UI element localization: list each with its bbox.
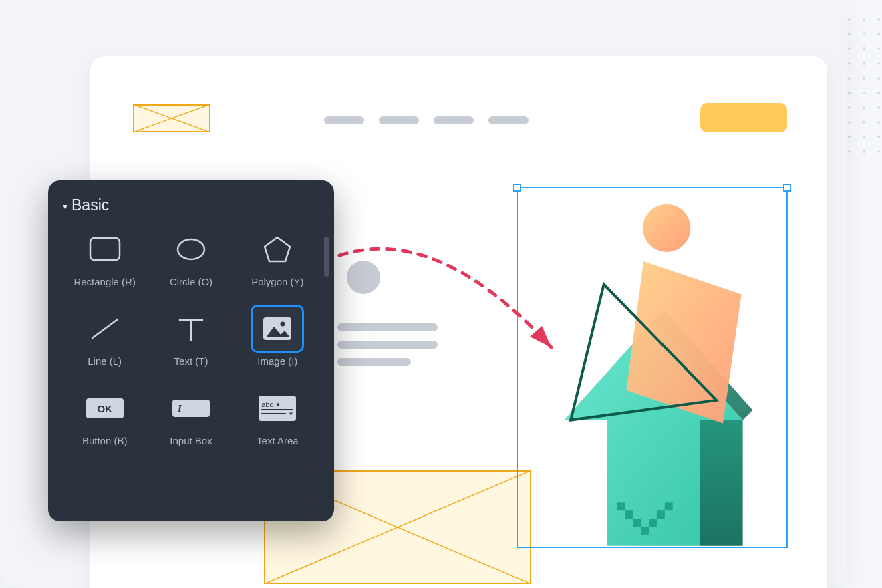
image-icon <box>257 311 297 346</box>
svg-marker-24 <box>266 327 290 337</box>
artwork-illustration <box>518 188 786 546</box>
tool-polygon[interactable]: Polygon (Y) <box>236 232 319 287</box>
tool-circle[interactable]: Circle (O) <box>149 232 233 287</box>
nav-item-placeholder <box>434 116 474 124</box>
rectangle-icon <box>85 232 125 267</box>
tool-label: Rectangle (R) <box>74 276 136 287</box>
outer-container: ▾ Basic Rectangle (R) Circle (O) <box>0 0 847 588</box>
svg-rect-18 <box>90 238 120 260</box>
svg-line-21 <box>92 319 118 338</box>
tool-label: Button (B) <box>82 435 128 446</box>
tool-label: Input Box <box>170 435 212 446</box>
tool-label: Polygon (Y) <box>251 276 303 287</box>
tools-panel: ▾ Basic Rectangle (R) Circle (O) <box>48 180 334 521</box>
tool-button[interactable]: OK Button (B) <box>63 391 146 446</box>
nav-item-placeholder <box>488 116 529 124</box>
text-icon <box>171 311 211 346</box>
svg-rect-15 <box>657 510 665 519</box>
svg-marker-20 <box>265 237 290 261</box>
nav-button-placeholder <box>700 103 787 132</box>
tool-label: Text Area <box>257 435 299 446</box>
svg-point-9 <box>643 204 690 252</box>
logo-placeholder <box>133 104 210 132</box>
circle-icon <box>171 232 211 267</box>
tool-text[interactable]: Text (T) <box>149 311 233 367</box>
svg-marker-5 <box>700 420 742 546</box>
tool-text-area[interactable]: abc ▲ ▼ Text Area <box>236 391 319 446</box>
input-icon: I <box>171 391 211 426</box>
tool-image[interactable]: Image (I) <box>236 311 319 367</box>
tool-label: Circle (O) <box>170 276 212 287</box>
chevron-down-icon: ▾ <box>63 201 67 212</box>
tool-rectangle[interactable]: Rectangle (R) <box>63 232 146 287</box>
svg-rect-11 <box>625 510 633 519</box>
svg-rect-10 <box>617 502 625 510</box>
svg-rect-22 <box>263 317 291 340</box>
avatar-placeholder <box>347 261 380 294</box>
nav-item-placeholder <box>324 116 364 124</box>
svg-rect-16 <box>665 502 673 510</box>
tool-label: Image (I) <box>257 355 297 367</box>
tool-label: Text (T) <box>174 355 208 367</box>
panel-title: Basic <box>71 196 109 214</box>
button-icon: OK <box>85 391 125 426</box>
panel-section-header[interactable]: ▾ Basic <box>63 196 319 214</box>
svg-rect-13 <box>641 527 649 535</box>
svg-point-23 <box>281 322 285 327</box>
svg-rect-12 <box>633 519 641 527</box>
line-icon <box>85 311 125 346</box>
canvas-selected-element[interactable] <box>517 187 788 548</box>
nav-item-placeholder <box>379 116 419 124</box>
text-skeleton <box>337 323 438 376</box>
tool-input-box[interactable]: I Input Box <box>149 391 233 446</box>
svg-point-19 <box>178 239 204 259</box>
tool-label: Line (L) <box>88 355 122 367</box>
polygon-icon <box>257 232 297 267</box>
tool-line[interactable]: Line (L) <box>63 311 146 367</box>
panel-scrollbar[interactable] <box>324 237 329 277</box>
textarea-icon: abc ▲ ▼ <box>257 391 297 426</box>
svg-rect-14 <box>649 519 657 527</box>
